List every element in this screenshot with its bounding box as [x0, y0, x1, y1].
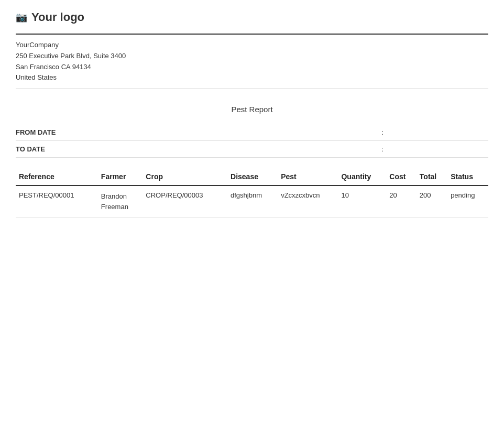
col-reference: Reference	[16, 168, 98, 186]
address-line2: San Francisco CA 94134	[16, 62, 488, 73]
table-header-row: Reference Farmer Crop Disease Pest Quant…	[16, 168, 488, 186]
col-status: Status	[447, 168, 488, 186]
col-crop: Crop	[143, 168, 227, 186]
cell-disease: dfgshjbnm	[227, 186, 278, 217]
date-section: FROM DATE : TO DATE :	[16, 124, 488, 158]
camera-icon: 📷	[16, 12, 27, 23]
to-date-row: TO DATE :	[16, 141, 488, 158]
from-date-colon: :	[381, 128, 384, 136]
to-date-colon: :	[381, 145, 384, 153]
table-row: PEST/REQ/00001 BrandonFreeman CROP/REQ/0…	[16, 186, 488, 217]
col-disease: Disease	[227, 168, 278, 186]
col-farmer: Farmer	[98, 168, 143, 186]
cell-crop: CROP/REQ/00003	[143, 186, 227, 217]
col-pest: Pest	[278, 168, 338, 186]
logo-text: Your logo	[31, 10, 84, 24]
col-total: Total	[417, 168, 447, 186]
report-table: Reference Farmer Crop Disease Pest Quant…	[16, 168, 488, 217]
cell-pest: vZcxzcxbvcn	[278, 186, 338, 217]
cell-farmer: BrandonFreeman	[98, 186, 143, 217]
from-date-row: FROM DATE :	[16, 124, 488, 141]
address-line1: 250 Executive Park Blvd, Suite 3400	[16, 51, 488, 62]
cell-quantity: 10	[338, 186, 386, 217]
header-section: 📷 Your logo	[16, 10, 488, 35]
company-name: YourCompany	[16, 40, 488, 51]
country: United States	[16, 72, 488, 83]
table-body: PEST/REQ/00001 BrandonFreeman CROP/REQ/0…	[16, 186, 488, 217]
cell-total: 200	[417, 186, 447, 217]
col-quantity: Quantity	[338, 168, 386, 186]
cell-reference: PEST/REQ/00001	[16, 186, 98, 217]
to-date-label: TO DATE	[16, 145, 94, 153]
company-info: YourCompany 250 Executive Park Blvd, Sui…	[16, 40, 488, 89]
col-cost: Cost	[386, 168, 417, 186]
logo-row: 📷 Your logo	[16, 10, 488, 24]
cell-cost: 20	[386, 186, 417, 217]
cell-status: pending	[447, 186, 488, 217]
pest-report-table: Reference Farmer Crop Disease Pest Quant…	[16, 168, 488, 217]
report-title: Pest Report	[16, 105, 488, 114]
from-date-label: FROM DATE	[16, 128, 94, 136]
table-header: Reference Farmer Crop Disease Pest Quant…	[16, 168, 488, 186]
